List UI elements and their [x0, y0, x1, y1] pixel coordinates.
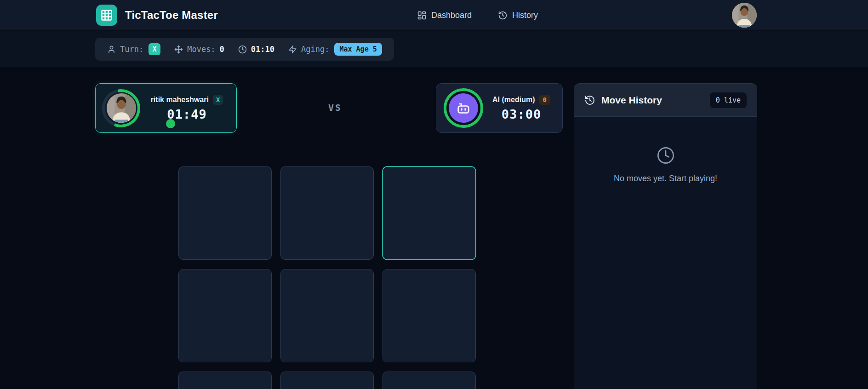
aging-label: Aging:	[301, 45, 329, 54]
dashboard-icon	[417, 11, 427, 20]
move-history-panel: Move History 0 live No moves yet. Start …	[574, 83, 757, 389]
page-title: TicTacToe Master	[125, 9, 218, 22]
turn-indicator: Turn: X	[107, 43, 160, 55]
board-cell-8[interactable]	[383, 372, 476, 389]
status-strip: Turn: X Moves: 0 01:10 Aging: Max Age 5	[0, 31, 868, 67]
player-card-ai: AI (medium) 0 03:00	[436, 83, 563, 133]
aging-indicator: Aging: Max Age 5	[288, 43, 382, 56]
move-history-title: Move History	[601, 95, 662, 106]
player-timer: 01:49	[167, 107, 206, 121]
grid-3x3-icon	[100, 9, 113, 22]
robot-icon	[455, 100, 472, 116]
ai-avatar	[449, 93, 478, 123]
moves-counter: Moves: 0	[174, 45, 224, 54]
board-cell-5[interactable]	[383, 269, 476, 362]
board-cell-6[interactable]	[178, 372, 272, 389]
player-info: ritik maheshwari X 01:49	[140, 95, 236, 121]
clock-icon	[238, 45, 247, 54]
empty-state-message: No moves yet. Start playing!	[614, 174, 717, 183]
board-cell-4[interactable]	[280, 269, 374, 362]
clock-icon	[657, 146, 675, 165]
ai-captured-badge: 0	[539, 95, 550, 105]
player-avatar	[107, 93, 136, 123]
game-timer: 01:10	[238, 45, 274, 54]
board	[178, 166, 476, 389]
turn-symbol-badge: X	[148, 43, 160, 55]
move-history-empty-state: No moves yet. Start playing!	[574, 117, 757, 183]
vs-label: VS	[328, 102, 342, 113]
move-history-header: Move History 0 live	[574, 84, 757, 117]
turn-label: Turn:	[120, 45, 143, 54]
moves-label: Moves:	[187, 45, 215, 54]
move-arrows-icon	[174, 45, 183, 54]
game-timer-value: 01:10	[251, 45, 274, 54]
player-symbol-badge: X	[213, 95, 223, 105]
user-icon	[107, 45, 116, 54]
nav-dashboard-label: Dashboard	[431, 11, 472, 20]
player-name: ritik maheshwari	[151, 96, 209, 104]
board-cell-2[interactable]	[383, 166, 476, 260]
live-count-badge: 0 live	[710, 92, 747, 108]
zap-icon	[288, 45, 297, 54]
board-cell-0[interactable]	[178, 166, 272, 260]
nav-dashboard[interactable]: Dashboard	[417, 0, 472, 30]
ai-timer: 03:00	[502, 107, 541, 121]
nav-history[interactable]: History	[498, 0, 538, 30]
player-card-human: ritik maheshwari X 01:49	[95, 83, 237, 133]
app-header: TicTacToe Master Dashboard History	[0, 0, 868, 30]
app-logo	[96, 5, 117, 26]
ai-info: AI (medium) 0 03:00	[483, 95, 562, 121]
online-status-dot	[166, 119, 175, 128]
history-icon	[498, 11, 508, 20]
board-cell-3[interactable]	[178, 269, 272, 362]
player-photo	[107, 93, 136, 123]
player-timer-ring	[102, 89, 140, 127]
aging-badge: Max Age 5	[334, 43, 382, 56]
nav-history-label: History	[512, 11, 538, 20]
moves-value: 0	[220, 45, 224, 54]
game-status-bar: Turn: X Moves: 0 01:10 Aging: Max Age 5	[95, 38, 394, 61]
user-photo	[732, 3, 757, 28]
ai-timer-ring	[444, 88, 483, 128]
avatar-hole	[105, 92, 137, 125]
board-cell-7[interactable]	[280, 372, 374, 389]
user-avatar[interactable]	[732, 3, 757, 28]
board-cell-1[interactable]	[280, 166, 374, 260]
ai-name: AI (medium)	[492, 96, 535, 104]
history-icon	[584, 95, 595, 106]
